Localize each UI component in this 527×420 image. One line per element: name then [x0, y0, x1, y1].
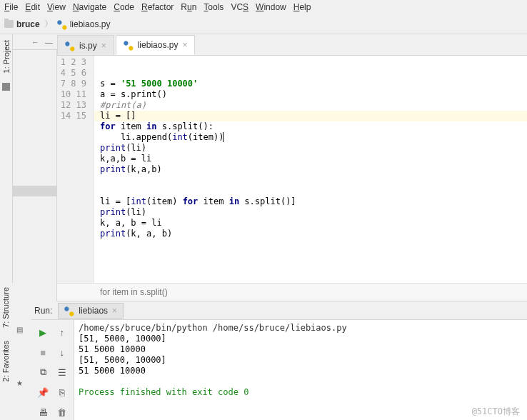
console-cmd: /home/ss/bruce/bin/python /home/ss/bruce… [79, 323, 347, 333]
run-tab-label: liebiaos [79, 306, 108, 316]
run-label: Run: [34, 306, 52, 316]
hide-icon[interactable]: — [45, 38, 53, 46]
close-tab-icon[interactable]: × [182, 40, 187, 50]
console-line: 51 5000 10000 [79, 366, 146, 376]
console-line: 51 5000 10000 [79, 344, 146, 354]
trash-icon[interactable]: 🗑 [54, 403, 71, 420]
code-area[interactable]: s = '51 5000 10000' a = s.print() #print… [94, 56, 527, 283]
collapse-left-icon[interactable]: ← [31, 38, 39, 46]
code-structure-breadcrumb[interactable]: for item in s.split() [57, 283, 527, 301]
close-tab-icon[interactable]: × [112, 306, 117, 316]
project-selection-marker [13, 186, 56, 196]
structure-icon: ▤ [16, 326, 23, 334]
print-icon[interactable]: 🖶 [34, 403, 52, 420]
console-line: [51, 5000, 10000] [79, 355, 166, 365]
breadcrumb-folder[interactable]: bruce [4, 19, 40, 29]
code-breadcrumb-text: for item in s.split() [100, 287, 168, 297]
menu-vcs[interactable]: VCS [231, 2, 249, 12]
breadcrumb-file-label: liebiaos.py [70, 19, 111, 29]
line-number-gutter: 1 2 3 4 5 6 7 8 9 10 11 12 13 14 15 [57, 56, 94, 283]
filter-icon[interactable]: ☰ [54, 363, 71, 381]
rerun-button[interactable]: ▶ [34, 323, 52, 341]
menu-help[interactable]: Help [293, 2, 311, 12]
editor-tab-is[interactable]: is.py × [57, 35, 114, 55]
python-file-icon [65, 41, 75, 51]
pin-icon[interactable]: 📌 [34, 383, 52, 401]
tool-window-left-bottom: 7: Structure ▤ 2: Favorites ★ [0, 283, 31, 420]
breadcrumb-separator: 〉 [44, 18, 53, 30]
python-file-icon [57, 19, 67, 29]
favorites-tool-button[interactable]: 2: Favorites [1, 341, 10, 381]
stop-button[interactable]: ■ [34, 343, 52, 361]
menu-navigate[interactable]: Navigate [73, 2, 106, 12]
run-tab[interactable]: liebiaos × [58, 303, 124, 319]
layout-icon[interactable]: ⧉ [34, 363, 52, 381]
navigation-breadcrumb: bruce 〉 liebiaos.py [0, 14, 527, 34]
folder-icon [4, 20, 14, 28]
project-tool-icon [2, 83, 10, 91]
menu-run[interactable]: Run [181, 2, 196, 12]
favorites-icon: ★ [16, 379, 23, 387]
run-tool-window-header: Run: liebiaos × [31, 301, 527, 320]
editor-tab-liebiaos[interactable]: liebiaos.py × [116, 35, 196, 55]
watermark: @51CTO博客 [472, 406, 520, 417]
menu-code[interactable]: Code [114, 2, 134, 12]
menu-refactor[interactable]: Refactor [141, 2, 174, 12]
console-line: [51, 5000, 10000] [79, 334, 166, 344]
run-tool-window: ▶ ↑ ■ ↓ ⧉ ☰ 📌 ⎘ 🖶 🗑 /home/ss/bruce/bin/p… [31, 320, 527, 420]
code-editor[interactable]: 1 2 3 4 5 6 7 8 9 10 11 12 13 14 15 s = … [57, 56, 527, 283]
python-file-icon [124, 40, 134, 50]
run-console[interactable]: /home/ss/bruce/bin/python /home/ss/bruce… [74, 320, 527, 420]
menu-bar: File Edit View Navigate Code Refactor Ru… [0, 0, 527, 14]
run-toolbar: ▶ ↑ ■ ↓ ⧉ ☰ 📌 ⎘ 🖶 🗑 [31, 320, 74, 420]
python-file-icon [64, 306, 74, 316]
breadcrumb-file[interactable]: liebiaos.py [57, 19, 111, 29]
project-tool-button[interactable]: 1: Project [2, 40, 11, 73]
menu-window[interactable]: Window [256, 2, 286, 12]
breadcrumb-folder-label: bruce [16, 19, 40, 29]
menu-view[interactable]: View [47, 2, 66, 12]
close-tab-icon[interactable]: × [101, 41, 106, 51]
menu-file[interactable]: File [4, 2, 18, 12]
menu-edit[interactable]: Edit [25, 2, 40, 12]
structure-tool-button[interactable]: 7: Structure [1, 287, 10, 328]
export-icon[interactable]: ⎘ [54, 383, 71, 401]
menu-tools[interactable]: Tools [204, 2, 224, 12]
project-panel-header: ← — [13, 34, 57, 50]
editor-tab-label: liebiaos.py [138, 40, 179, 50]
editor-tabs: is.py × liebiaos.py × [57, 34, 527, 56]
console-exit: Process finished with exit code 0 [79, 387, 249, 397]
editor-tab-label: is.py [79, 41, 97, 51]
step-down-icon[interactable]: ↓ [54, 343, 71, 361]
step-up-icon[interactable]: ↑ [54, 323, 71, 341]
